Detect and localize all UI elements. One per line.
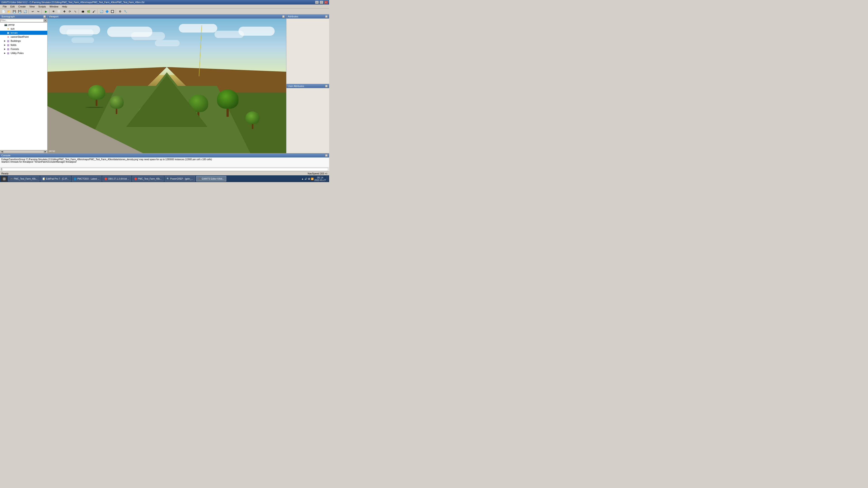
minimize-button[interactable]: ─: [315, 1, 319, 4]
debug-button[interactable]: 🔧: [123, 9, 128, 14]
scene-label-persp: persp: [8, 23, 15, 26]
titlebar-title: GIANTS Editor 64bit 9.0.2 - C:/Farming.S…: [1, 1, 144, 4]
maximize-button[interactable]: □: [320, 1, 323, 4]
console-input[interactable]: [1, 168, 328, 171]
scene-item-buildings[interactable]: ▶ ▦ Buildings: [0, 39, 47, 43]
expand-icon-careerstartpoint: [3, 35, 6, 38]
status-left: Ready: [1, 172, 8, 175]
rotate-button[interactable]: ⟳: [67, 9, 72, 14]
green-path-dark: [126, 75, 208, 127]
viewport-close-button[interactable]: ✕: [282, 15, 285, 18]
console-output: FoliageTransformGroup 'C:/Farming.Simula…: [0, 158, 329, 167]
start-button[interactable]: ⊞: [1, 176, 7, 182]
view-button[interactable]: 👁: [51, 9, 56, 14]
scale-button[interactable]: ⤡: [73, 9, 78, 14]
play-button[interactable]: ▶: [43, 9, 49, 14]
menu-item-file[interactable]: File: [1, 5, 8, 8]
scene-item-persp[interactable]: 📷 persp: [0, 23, 47, 27]
settings-button[interactable]: ⚙: [118, 9, 123, 14]
scene-label-terrain: terrain: [11, 31, 18, 34]
undo-button[interactable]: ↩: [30, 9, 35, 14]
viewport-title: Viewport: [49, 15, 59, 18]
taskbar-item-2[interactable]: 📝 EditPad Pro 7 - [C:/P...: [40, 176, 71, 182]
titlebar: GIANTS Editor 64bit 9.0.2 - C:/Farming.S…: [0, 0, 329, 4]
scenograph-close-button[interactable]: ✕: [43, 15, 46, 18]
systray-expand[interactable]: ▲: [301, 177, 304, 180]
clock-time: 05:14: [317, 176, 323, 179]
scroll-right-button[interactable]: ▶: [44, 151, 47, 153]
console-close-button[interactable]: ✕: [325, 154, 328, 157]
scene-item-terrain[interactable]: ▦ terrain: [0, 31, 47, 35]
preview-button[interactable]: 🔲: [110, 9, 115, 14]
menu-item-help[interactable]: Help: [60, 5, 69, 8]
select-button[interactable]: ⬜: [57, 9, 61, 14]
viewport-canvas[interactable]: persp: [48, 19, 286, 153]
console-area: Console ✕ FoliageTransformGroup 'C:/Farm…: [0, 153, 329, 171]
clock[interactable]: 05:14 2022-01-27: [314, 176, 326, 182]
scene-icon-careerstartpoint: ●: [6, 35, 10, 39]
scene-icon-utility-poles: ▦: [6, 51, 10, 55]
main-content: Scenograph ✕ ✕ 📷 persp ● sun ▦: [0, 14, 329, 153]
taskbar-item-7[interactable]: 🎮 GIANTS Editor 64bit...: [196, 176, 226, 182]
scene-item-utility-poles[interactable]: ▶ ▦ Utility Poles: [0, 51, 47, 55]
scene-item-sun[interactable]: ● sun: [0, 27, 47, 31]
menu-item-window[interactable]: Window: [48, 5, 60, 8]
scene-item-fields[interactable]: ▶ ▦ fields: [0, 43, 47, 47]
console-line-2: Started 3 threads for threadpool 'Terrai…: [1, 161, 328, 163]
scenograph-scrollbar: ◀ ▶: [0, 150, 47, 153]
tree-2: [110, 96, 124, 114]
scenograph-filter-input[interactable]: [0, 19, 43, 22]
redo-button[interactable]: ↪: [36, 9, 41, 14]
close-button[interactable]: ✕: [324, 1, 328, 4]
scene-item-forests[interactable]: ▶ ▦ Forests: [0, 47, 47, 51]
attributes-close-button[interactable]: ✕: [325, 15, 328, 18]
taskbar-item-6[interactable]: 🔍 PowerGREP - [gdm_...: [164, 176, 195, 182]
tree-7: [246, 111, 259, 129]
menu-item-scripts[interactable]: Scripts: [36, 5, 48, 8]
attributes-header: Attributes ✕: [286, 14, 329, 19]
reload-button[interactable]: 🔄: [99, 9, 104, 14]
paint-button[interactable]: 🖌: [91, 9, 96, 14]
taskbar-item-4[interactable]: 🔴 OBS 27.1.3 (64-bit ...: [102, 176, 131, 182]
tree-2-canopy: [110, 96, 124, 109]
expand-icon-forests: ▶: [3, 47, 6, 51]
toolbar-sep-5: [97, 9, 98, 14]
save-as-button[interactable]: 💾: [17, 9, 22, 14]
menubar: FileEditCreateViewScriptsWindowHelp: [0, 4, 329, 8]
toolbar-sep-1: [29, 9, 29, 14]
tree-2-trunk: [116, 109, 117, 114]
expand-icon-utility-poles: ▶: [3, 52, 6, 55]
scenograph-filter-clear[interactable]: ✕: [44, 19, 47, 22]
taskbar-item-1[interactable]: 🎮 PMC_Test_Farm_40k...: [8, 176, 39, 182]
save-button[interactable]: 💾: [12, 9, 17, 14]
tree-7-trunk: [252, 124, 253, 129]
expand-icon-fields: ▶: [3, 43, 6, 46]
scroll-left-button[interactable]: ◀: [0, 151, 3, 153]
scenograph-panel: Scenograph ✕ ✕ 📷 persp ● sun ▦: [0, 14, 48, 153]
scene-icon-forests: ▦: [6, 47, 10, 51]
expand-icon-sun: [3, 27, 6, 30]
menu-item-edit[interactable]: Edit: [8, 5, 17, 8]
attributes-title: Attributes: [288, 15, 298, 18]
open-button[interactable]: 📂: [6, 9, 11, 14]
user-attributes-close-button[interactable]: ✕: [325, 85, 328, 88]
terrain-tool-button[interactable]: 🏔: [81, 9, 86, 14]
systray: ▲ 🔊 🖥 📶 05:14 2022-01-27: [301, 176, 328, 182]
toolbar-sep-6: [116, 9, 117, 14]
taskbar-label-4: OBS 27.1.3 (64-bit ...: [108, 177, 129, 180]
scene-item-careerstartpoint[interactable]: ● careerStartPoint: [0, 35, 47, 39]
bake-button[interactable]: 🔷: [104, 9, 110, 14]
scene-icon-terrain: ▦: [6, 31, 10, 35]
menu-item-view[interactable]: View: [28, 5, 37, 8]
new-button[interactable]: 📄: [1, 9, 6, 14]
scroll-track[interactable]: [3, 151, 44, 153]
refresh-button[interactable]: 🔄: [23, 9, 28, 14]
expand-icon-buildings: ▶: [3, 39, 6, 42]
show-desktop-button[interactable]: [327, 176, 328, 182]
menu-item-create[interactable]: Create: [17, 5, 28, 8]
move-button[interactable]: ✥: [62, 9, 67, 14]
foliage-tool-button[interactable]: 🌿: [86, 9, 91, 14]
taskbar-item-5[interactable]: 🔴 PMC_Test_Farm_40k...: [132, 176, 164, 182]
taskbar-item-3[interactable]: 🌐 PMCTODO - Latest ...: [72, 176, 101, 182]
tree-1-canopy: [88, 85, 105, 100]
